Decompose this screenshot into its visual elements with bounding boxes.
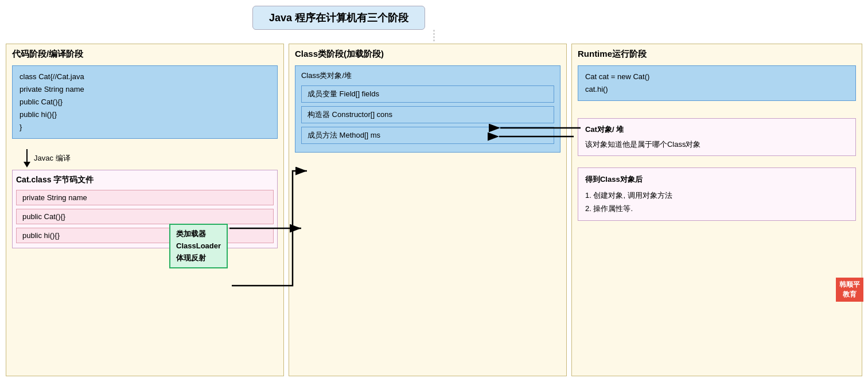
stage-1: 代码阶段/编译阶段 class Cat{//Cat.java private S… [6, 44, 284, 376]
classloader-box: 类加载器 ClassLoader 体现反射 [169, 224, 228, 268]
runtime-line-1: cat.hi() [585, 83, 848, 96]
bytecode-item-1: public Cat(){} [16, 209, 274, 224]
bytecode-title: Cat.class 字节码文件 [16, 175, 274, 185]
bytecode-box: Cat.class 字节码文件 private String name publ… [12, 170, 278, 248]
result-line-0: 1. 创建对象, 调用对象方法 [585, 189, 848, 202]
classloader-line1: 类加载器 [176, 228, 221, 240]
code-line-2: private String name [20, 83, 270, 96]
title-text: Java 程序在计算机有三个阶段 [269, 12, 408, 24]
main-container: Java 程序在计算机有三个阶段 代码阶段/编译阶段 class Cat{//C… [0, 0, 868, 382]
code-line-3: public Cat(){} [20, 96, 270, 108]
stage1-title: 代码阶段/编译阶段 [12, 49, 278, 60]
watermark-line2: 教育 [839, 290, 860, 299]
cat-obj-desc: 该对象知道他是属于哪个Class对象 [585, 138, 848, 151]
stage-2: Class类阶段(加载阶段) Class类对象/堆 成员变量 Field[] f… [289, 44, 567, 376]
field-item-1: 构造器 Constructor[] cons [301, 106, 554, 123]
result-line-1: 2. 操作属性等. [585, 202, 848, 215]
watermark: 韩顺平 教育 [836, 278, 863, 302]
bytecode-item-0: private String name [16, 190, 274, 205]
javac-label: Javac 编译 [34, 153, 71, 163]
javac-arrow [24, 149, 30, 167]
source-code-box: class Cat{//Cat.java private String name… [12, 65, 278, 139]
result-title: 得到Class对象后 [585, 173, 848, 186]
stage-3: Runtime运行阶段 Cat cat = new Cat() cat.hi()… [571, 44, 862, 376]
stage2-title: Class类阶段(加载阶段) [295, 49, 560, 60]
class-result-box: 得到Class对象后 1. 创建对象, 调用对象方法 2. 操作属性等. [578, 167, 856, 220]
runtime-code-box: Cat cat = new Cat() cat.hi() [578, 65, 856, 101]
class-obj-title: Class类对象/堆 [301, 71, 554, 81]
code-line-5: } [20, 121, 270, 134]
code-line-1: class Cat{//Cat.java [20, 71, 270, 83]
classloader-line3: 体现反射 [176, 252, 221, 264]
field-item-0: 成员变量 Field[] fields [301, 85, 554, 103]
runtime-line-0: Cat cat = new Cat() [585, 71, 848, 83]
bytecode-item-2: public hi(){} [16, 228, 274, 243]
main-title: Java 程序在计算机有三个阶段 [252, 6, 425, 30]
code-line-4: public hi(){} [20, 108, 270, 121]
class-obj-box: Class类对象/堆 成员变量 Field[] fields 构造器 Const… [295, 65, 560, 153]
cat-obj-title: Cat对象/ 堆 [585, 123, 848, 136]
classloader-line2: ClassLoader [176, 240, 221, 252]
stages-container: 代码阶段/编译阶段 class Cat{//Cat.java private S… [0, 39, 868, 382]
stage3-title: Runtime运行阶段 [578, 49, 856, 60]
cat-obj-box: Cat对象/ 堆 该对象知道他是属于哪个Class对象 [578, 118, 856, 156]
field-item-2: 成员方法 Method[] ms [301, 127, 554, 144]
watermark-line1: 韩顺平 [839, 280, 860, 290]
